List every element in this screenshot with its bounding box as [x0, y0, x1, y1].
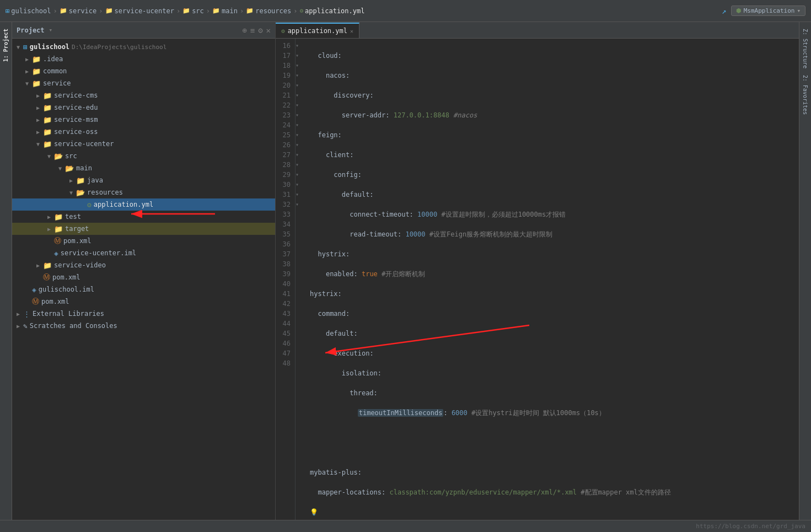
tree-item-application-yml[interactable]: ▶ ⚙ application.yml	[12, 198, 275, 211]
folder-icon-idea: 📁	[32, 55, 41, 63]
tree-label-cms: service-cms	[54, 92, 98, 99]
collapse-action-btn[interactable]: ≡	[250, 26, 255, 35]
run-config-icon: ⬢	[736, 7, 742, 14]
tree-item-service-cms[interactable]: ▶ 📁 service-cms	[12, 89, 275, 101]
tab-close-btn[interactable]: ✕	[350, 28, 353, 34]
folder-icon-msm: 📁	[43, 116, 52, 124]
status-url: https://blog.csdn.net/grd_java	[696, 523, 805, 530]
tree-item-common[interactable]: ▶ 📁 common	[12, 65, 275, 77]
tree-item-ext-libs[interactable]: ▶ ⋮ External Libraries	[12, 308, 275, 320]
tree-label-oss: service-oss	[54, 128, 98, 136]
tree-item-ucenter-iml[interactable]: ▶ ◈ service-ucenter.iml	[12, 247, 275, 259]
folder-icon-edu: 📁	[43, 104, 52, 112]
tree-item-pom-service[interactable]: ▶ Ⓜ pom.xml	[12, 271, 275, 283]
scope-action-btn[interactable]: ⊕	[242, 26, 246, 35]
folder-icon-target: 📁	[54, 225, 63, 233]
tree-arrow-ucenter: ▼	[36, 141, 42, 147]
tree-label-pom-root: pom.xml	[41, 298, 69, 305]
settings-action-btn[interactable]: ⚙	[258, 26, 262, 35]
folder-icon-service: 📁	[32, 79, 41, 88]
tree-item-resources[interactable]: ▼ 📂 resources	[12, 186, 275, 198]
folder-icon-4: 📁	[212, 7, 220, 14]
breadcrumb-main[interactable]: 📁 main	[212, 7, 238, 15]
scratches-icon: ✎	[23, 322, 28, 330]
project-icon: ⊞	[6, 7, 9, 15]
breadcrumb-service-ucenter[interactable]: 📁 service-ucenter	[105, 7, 174, 15]
panel-dropdown-icon[interactable]: ▾	[49, 26, 53, 34]
tree-item-idea[interactable]: ▶ 📁 .idea	[12, 53, 275, 65]
iml-icon-gulischool: ◈	[32, 286, 36, 294]
panel-title: Project	[17, 26, 45, 34]
tree-item-target[interactable]: ▶ 📁 target	[12, 223, 275, 235]
tree-label-service: service	[43, 79, 71, 87]
status-bar: https://blog.csdn.net/grd_java	[0, 520, 811, 532]
project-root-icon: ⊞	[23, 43, 28, 51]
navigate-icon[interactable]: ↗	[722, 7, 726, 15]
code-editor[interactable]: 16171819 20212223 24252627 28293031 3233…	[276, 39, 799, 520]
top-bar: ⊞ gulischool › 📁 service › 📁 service-uce…	[0, 0, 811, 22]
close-panel-btn[interactable]: ✕	[266, 26, 271, 35]
tree-arrow-src: ▼	[47, 153, 53, 159]
line-numbers: 16171819 20212223 24252627 28293031 3233…	[276, 39, 296, 520]
yaml-icon: ⚙	[299, 7, 303, 14]
favorites-panel-label[interactable]: 2: Favorites	[801, 73, 809, 117]
iml-icon-ucenter: ◈	[54, 249, 58, 257]
tree-item-pom-root[interactable]: ▶ Ⓜ pom.xml	[12, 295, 275, 308]
code-line-39: 💡	[310, 507, 799, 517]
tree-item-service-msm[interactable]: ▶ 📁 service-msm	[12, 114, 275, 126]
folder-icon-2: 📁	[105, 7, 113, 14]
breadcrumb-gulischool[interactable]: ⊞ gulischool	[6, 7, 51, 15]
tree-arrow-common: ▶	[25, 68, 31, 74]
yaml-file-icon: ⚙	[87, 201, 92, 209]
structure-panel-label[interactable]: Z: Structure	[801, 26, 809, 71]
tree-item-gulischool[interactable]: ▼ ⊞ gulischool D:\IdeaProjects\gulischoo…	[12, 41, 275, 53]
tree-label-src: src	[65, 152, 77, 160]
breadcrumb-src[interactable]: 📁 src	[182, 7, 204, 15]
tree-label-resources: resources	[87, 189, 123, 196]
project-panel-label[interactable]: 1: Project	[2, 26, 10, 64]
dropdown-arrow-icon: ▾	[797, 7, 801, 14]
tree-label-msm: service-msm	[54, 116, 98, 123]
folder-icon-5: 📁	[246, 7, 254, 14]
tree-arrow-idea: ▶	[25, 56, 31, 62]
tab-yaml-icon: ⚙	[281, 28, 285, 35]
code-line-35	[310, 428, 799, 438]
tree-arrow-oss: ▶	[36, 129, 42, 135]
code-line-36	[310, 448, 799, 458]
run-configuration[interactable]: ⬢ MsmApplication ▾	[731, 6, 805, 16]
xml-icon-pom-root: Ⓜ	[32, 297, 39, 307]
code-line-33: thread:	[310, 388, 799, 398]
breadcrumb-file[interactable]: ⚙ application.yml	[299, 7, 364, 15]
top-right-actions: ↗ ⬢ MsmApplication ▾	[722, 6, 805, 16]
tree-item-service-video[interactable]: ▶ 📁 service-video	[12, 259, 275, 271]
tree-item-java[interactable]: ▶ 📁 java	[12, 174, 275, 186]
tree-item-service-edu[interactable]: ▶ 📁 service-edu	[12, 101, 275, 114]
tree-item-service-ucenter[interactable]: ▼ 📁 service-ucenter	[12, 138, 275, 150]
tree-arrow-msm: ▶	[36, 117, 42, 123]
project-panel: Project ▾ ⊕ ≡ ⚙ ✕ ▼ ⊞ gulischool D:\Idea…	[12, 22, 276, 520]
folder-icon-main: 📂	[65, 164, 74, 173]
tree-arrow-resources: ▼	[69, 190, 75, 196]
folder-icon-3: 📁	[182, 7, 190, 14]
far-right-panel: Z: Structure 2: Favorites	[799, 22, 811, 520]
tree-item-service[interactable]: ▼ 📁 service	[12, 77, 275, 89]
tab-label: application.yml	[288, 27, 347, 35]
tree-item-main[interactable]: ▼ 📂 main	[12, 162, 275, 174]
code-content[interactable]: cloud: nacos: discovery: server-addr: 12…	[305, 39, 799, 520]
main-layout: 1: Project Project ▾ ⊕ ≡ ⚙ ✕ ▼ ⊞ gulisch…	[0, 22, 811, 520]
breadcrumb-resources[interactable]: 📁 resources	[246, 7, 291, 15]
tree-item-service-oss[interactable]: ▶ 📁 service-oss	[12, 126, 275, 138]
tree-item-test[interactable]: ▶ 📁 test	[12, 211, 275, 223]
folder-icon-video: 📁	[43, 261, 52, 270]
tab-application-yml[interactable]: ⚙ application.yml ✕	[276, 23, 359, 38]
tree-item-src[interactable]: ▼ 📂 src	[12, 150, 275, 162]
tree-arrow-edu: ▶	[36, 105, 42, 111]
ext-libs-icon: ⋮	[23, 310, 30, 318]
tree-item-gulischool-iml[interactable]: ▶ ◈ gulischool.iml	[12, 283, 275, 295]
code-line-28: hystrix:	[310, 289, 799, 299]
tree-label-edu: service-edu	[54, 104, 98, 111]
tree-item-scratches[interactable]: ▶ ✎ Scratches and Consoles	[12, 320, 275, 332]
tree-item-pom-ucenter[interactable]: ▶ Ⓜ pom.xml	[12, 235, 275, 247]
breadcrumb-service[interactable]: 📁 service	[60, 7, 97, 15]
tree-arrow-pom-ucenter: ▶	[47, 238, 53, 244]
